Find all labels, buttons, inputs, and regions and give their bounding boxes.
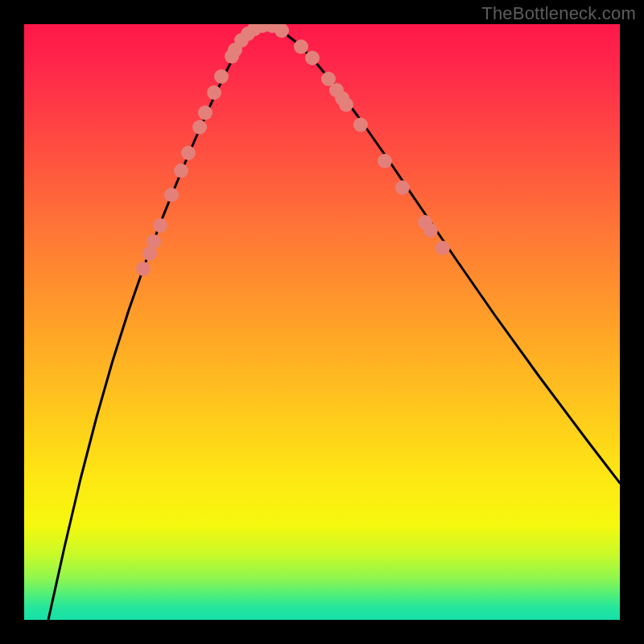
marker-dot	[305, 51, 320, 65]
marker-dot	[378, 154, 392, 168]
marker-dot	[294, 39, 308, 54]
curve-series	[48, 26, 620, 620]
marker-dot	[192, 120, 207, 134]
marker-dot	[339, 97, 353, 112]
marker-dot	[174, 163, 188, 178]
marker-dot	[214, 69, 229, 84]
plot-area	[24, 24, 620, 620]
chart-frame: TheBottleneck.com	[0, 0, 644, 644]
watermark-text: TheBottleneck.com	[481, 3, 636, 24]
chart-svg	[24, 24, 620, 620]
marker-dot	[423, 223, 438, 237]
markers-left	[136, 69, 229, 276]
marker-dot	[136, 262, 151, 276]
marker-dot	[207, 85, 221, 100]
marker-dot	[153, 218, 167, 233]
marker-dot	[164, 188, 179, 202]
marker-dot	[353, 118, 368, 132]
marker-dot	[147, 234, 161, 249]
curve-path	[48, 26, 620, 620]
markers-bottom	[225, 24, 270, 64]
markers-right	[265, 24, 450, 255]
marker-dot	[181, 146, 196, 160]
marker-dot	[436, 241, 450, 255]
marker-dot	[198, 105, 213, 120]
marker-dot	[395, 180, 410, 195]
